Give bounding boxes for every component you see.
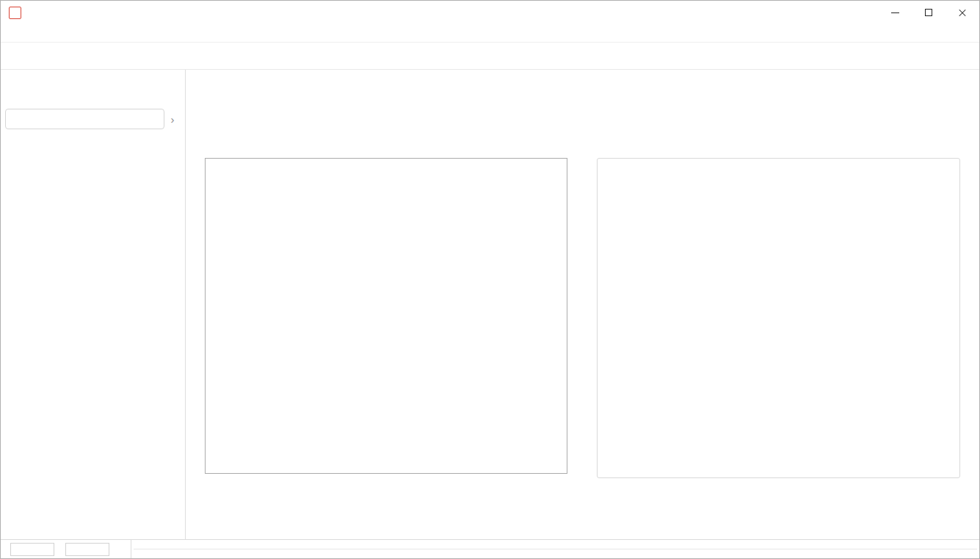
app-logo-icon — [9, 7, 21, 19]
chart-panel — [597, 158, 960, 478]
close-icon — [958, 8, 967, 17]
menubar — [1, 24, 979, 42]
results-content — [186, 91, 979, 539]
window-controls — [878, 1, 979, 24]
search-row: › — [5, 109, 181, 129]
search-input[interactable] — [5, 109, 164, 129]
sidebar: › — [1, 70, 186, 539]
status-x-value — [10, 543, 54, 556]
minimize-button[interactable] — [878, 1, 912, 24]
statusbar-separator — [131, 540, 131, 558]
minimize-icon — [891, 12, 899, 13]
statusbar-line — [134, 549, 977, 549]
toolbar — [1, 42, 979, 70]
search-expand-button[interactable]: › — [164, 109, 181, 129]
close-button[interactable] — [945, 1, 979, 24]
document-tabs — [186, 70, 979, 91]
maximize-button[interactable] — [912, 1, 945, 24]
maximize-icon — [925, 9, 932, 16]
titlebar — [1, 1, 979, 24]
app-window: › — [0, 0, 980, 559]
statusbar — [1, 539, 979, 558]
status-y-value — [65, 543, 109, 556]
chart-legend — [598, 160, 959, 184]
heat-flux-table — [205, 158, 567, 474]
